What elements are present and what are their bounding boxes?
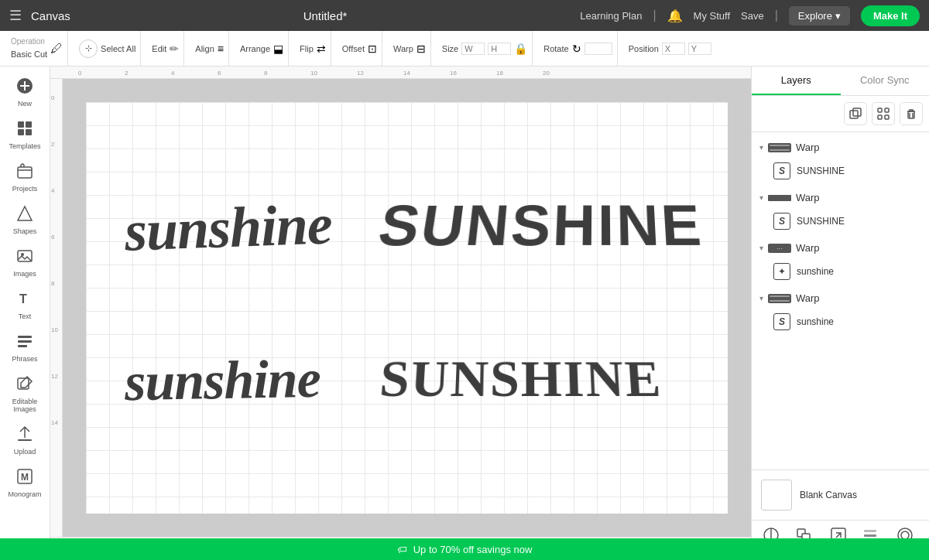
sidebar-item-templates[interactable]: Templates [2, 115, 47, 155]
child-icon-1: S [773, 162, 790, 179]
layer-child-1[interactable]: S SUNSHINE [752, 158, 929, 184]
ruler-horizontal: 0 2 4 6 8 10 12 14 16 18 20 [50, 67, 751, 79]
lock-icon[interactable]: 🔒 [514, 43, 527, 55]
svg-rect-22 [885, 108, 889, 112]
sidebar-item-editable-images[interactable]: Editable Images [2, 370, 47, 418]
select-all-label[interactable]: Select All [101, 44, 135, 53]
layer-warp-4[interactable]: ▾ Warp [752, 288, 929, 309]
ruler-vertical: 0 2 4 6 8 10 12 14 [50, 79, 63, 537]
arrange-label[interactable]: Arrange [240, 44, 270, 53]
filename[interactable]: Untitled* [303, 9, 348, 22]
explore-button[interactable]: Explore ▾ [789, 6, 850, 26]
rotate-input[interactable] [584, 43, 612, 55]
sidebar-label-editable-images: Editable Images [5, 398, 44, 413]
ruler-mark-16: 16 [450, 70, 457, 77]
svg-rect-20 [853, 108, 861, 116]
promo-text: Up to 70% off savings now [413, 544, 533, 555]
svg-rect-19 [850, 111, 858, 118]
sidebar-item-images[interactable]: Images [2, 243, 47, 282]
promo-banner[interactable]: 🏷 Up to 70% off savings now [0, 538, 929, 560]
svg-rect-13 [18, 340, 32, 343]
images-icon [16, 248, 33, 268]
ruler-v-2: 2 [51, 141, 54, 148]
my-stuff-link[interactable]: My Stuff [694, 10, 730, 22]
warp-icon[interactable]: ⊟ [417, 43, 426, 55]
ruler-v-12: 12 [51, 373, 58, 380]
operation-value: Basic Cut [11, 50, 47, 59]
layer-child-3[interactable]: ✦ sunshine [752, 258, 929, 285]
ruler-v-6: 6 [51, 234, 54, 241]
layer-child-2[interactable]: S SUNSHINE [752, 208, 929, 234]
size-h-input[interactable] [488, 43, 511, 55]
warp-label[interactable]: Warp [393, 44, 413, 53]
align-icon[interactable]: ≡ [218, 43, 224, 55]
svg-rect-24 [885, 115, 889, 119]
phrases-icon [16, 333, 33, 353]
offset-group: Offset ⊡ [338, 31, 382, 66]
blank-canvas-section: Blank Canvas [752, 470, 929, 520]
svg-rect-4 [26, 121, 32, 128]
sidebar-item-text[interactable]: T Text [2, 285, 47, 325]
size-label[interactable]: Size [442, 44, 458, 53]
sidebar-item-projects[interactable]: Projects [2, 158, 47, 197]
sidebar-label-images: Images [13, 270, 36, 278]
main-area: New Templates Projects Shapes Images [0, 67, 929, 560]
delete-button[interactable] [900, 102, 923, 125]
svg-rect-31 [864, 530, 876, 532]
position-label[interactable]: Position [629, 44, 659, 53]
tab-color-sync[interactable]: Color Sync [841, 67, 930, 95]
align-label[interactable]: Align [195, 44, 214, 53]
canvas-text-4[interactable]: SUNSHINE [378, 349, 664, 409]
layer-group-3: ▾ ⋯ Warp ✦ sunshine [752, 236, 929, 286]
edit-icon[interactable]: ✏ [170, 43, 179, 55]
layer-warp-1[interactable]: ▾ Warp [752, 137, 929, 158]
offset-icon[interactable]: ⊡ [368, 43, 377, 55]
ruler-v-0: 0 [51, 94, 54, 101]
ruler-mark-6: 6 [218, 70, 221, 77]
flip-label[interactable]: Flip [300, 44, 314, 53]
learning-plan-link[interactable]: Learning Plan [580, 10, 642, 22]
child-icon-4: S [773, 313, 790, 330]
sidebar-item-new[interactable]: New [2, 73, 47, 112]
save-link[interactable]: Save [741, 10, 764, 22]
canvas[interactable]: sunshine SUNSHINE sunshine SUNSHINE [63, 79, 751, 537]
svg-rect-3 [18, 121, 24, 128]
edit-label[interactable]: Edit [152, 44, 166, 53]
sidebar-item-shapes[interactable]: Shapes [2, 200, 47, 240]
sidebar-item-phrases[interactable]: Phrases [2, 328, 47, 367]
hamburger-icon[interactable]: ☰ [9, 7, 22, 24]
bell-icon[interactable]: 🔔 [667, 9, 683, 23]
canvas-text-2[interactable]: SUNSHINE [373, 193, 706, 258]
child-name-2: SUNSHINE [797, 216, 845, 227]
canvas-text-1[interactable]: sunshine [124, 191, 333, 264]
size-w-input[interactable] [461, 43, 485, 55]
position-x-input[interactable] [662, 43, 685, 55]
group-button[interactable] [872, 102, 895, 125]
rotate-label[interactable]: Rotate [543, 44, 568, 53]
svg-rect-12 [18, 336, 32, 338]
layer-child-4[interactable]: S sunshine [752, 309, 929, 335]
rotate-icon[interactable]: ↻ [572, 43, 581, 55]
ruler-mark-4: 4 [171, 70, 174, 77]
tab-layers[interactable]: Layers [752, 67, 841, 95]
sidebar-item-monogram[interactable]: M Monogram [2, 463, 47, 503]
layer-warp-3[interactable]: ▾ ⋯ Warp [752, 237, 929, 258]
child-icon-3: ✦ [773, 263, 790, 280]
duplicate-button[interactable] [844, 102, 867, 125]
canvas-text-3[interactable]: sunshine [124, 348, 321, 413]
promo-icon: 🏷 [397, 544, 407, 555]
make-it-button[interactable]: Make It [861, 5, 920, 26]
warp-group: Warp ⊟ [389, 31, 431, 66]
sidebar-item-upload[interactable]: Upload [2, 421, 47, 460]
divider-1: | [653, 9, 656, 22]
layer-warp-2[interactable]: ▾ Warp [752, 187, 929, 208]
arrange-icon[interactable]: ⬓ [273, 43, 283, 55]
ruler-mark-8: 8 [264, 70, 267, 77]
svg-rect-32 [864, 534, 876, 537]
position-y-input[interactable] [688, 43, 711, 55]
ruler-v-8: 8 [51, 280, 54, 287]
offset-label[interactable]: Offset [342, 44, 365, 53]
select-all-icon[interactable]: ⊹ [79, 39, 98, 58]
flip-icon[interactable]: ⇄ [317, 43, 326, 55]
paint-icon[interactable]: 🖊 [50, 42, 63, 56]
